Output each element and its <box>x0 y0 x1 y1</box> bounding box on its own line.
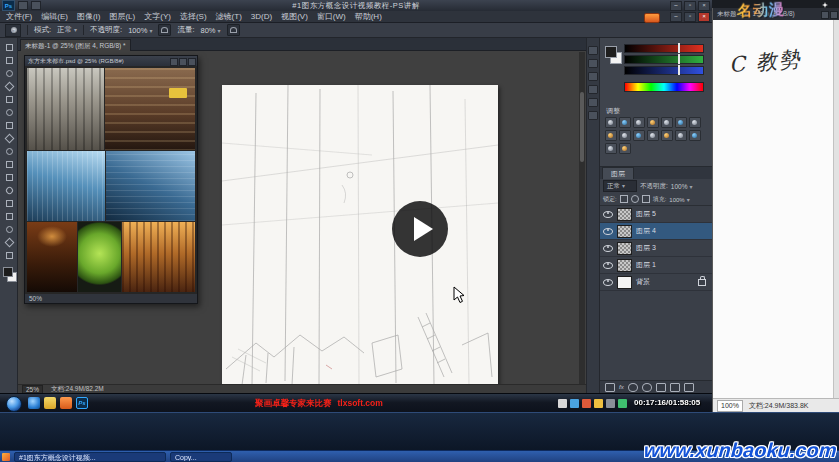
foreground-color-swatch[interactable] <box>605 46 617 58</box>
close-icon[interactable] <box>698 1 710 11</box>
layer-row[interactable]: 图层 1 <box>600 257 712 274</box>
pen-tool-icon[interactable] <box>2 198 16 209</box>
adjustment-icon[interactable] <box>619 143 631 154</box>
layer-visibility-icon[interactable] <box>603 262 613 269</box>
hand-tool-icon[interactable] <box>2 237 16 248</box>
lock-all-icon[interactable] <box>642 195 650 203</box>
adjustment-icon[interactable] <box>633 130 645 141</box>
tray-icon[interactable] <box>606 399 615 408</box>
adjustment-icon[interactable] <box>605 130 617 141</box>
new-layer-icon[interactable] <box>670 383 680 392</box>
gradient-tool-icon[interactable] <box>2 172 16 183</box>
reference-window[interactable]: 东方未来都市.psd @ 25% (RGB/8#) <box>24 55 198 304</box>
rd-scrollbar[interactable] <box>833 20 839 398</box>
layer-opacity-value[interactable]: 100% <box>671 183 693 190</box>
media-player-icon[interactable] <box>60 397 72 409</box>
taskbar-ad-text[interactable]: 聚画卓馨专家来比赛tlxsoft.com <box>255 398 383 410</box>
wand-tool-icon[interactable] <box>2 81 16 92</box>
main-canvas[interactable] <box>222 85 498 385</box>
app-bar-icon[interactable] <box>18 1 28 10</box>
blue-slider[interactable] <box>624 66 704 75</box>
video-frame[interactable]: Ps #1图东方概念设计视频教程-PS讲解 文件(F) 编辑(E) 图像(I) … <box>0 0 839 412</box>
blend-mode-dropdown[interactable]: 正常 <box>57 25 77 35</box>
eraser-tool-icon[interactable] <box>2 159 16 170</box>
minimize-icon[interactable] <box>670 1 682 11</box>
doc-close-icon[interactable] <box>698 12 710 22</box>
layer-thumbnail[interactable] <box>617 225 632 238</box>
rd-minimize-icon[interactable] <box>821 11 829 19</box>
taskbar-task[interactable]: Copy... <box>170 452 232 462</box>
menu-file[interactable]: 文件(F) <box>6 11 32 22</box>
crop-tool-icon[interactable] <box>2 94 16 105</box>
host-app-icon[interactable] <box>2 453 10 461</box>
adjustment-icon[interactable] <box>675 117 687 128</box>
adjustment-icon[interactable] <box>689 117 701 128</box>
menu-type[interactable]: 文字(Y) <box>144 11 171 22</box>
maximize-icon[interactable] <box>684 1 696 11</box>
panel-icon[interactable] <box>588 98 598 107</box>
dodge-tool-icon[interactable] <box>2 185 16 196</box>
layer-row[interactable]: 图层 3 <box>600 240 712 257</box>
menu-image[interactable]: 图像(I) <box>77 11 101 22</box>
stamp-tool-icon[interactable] <box>2 146 16 157</box>
layer-thumbnail[interactable] <box>617 276 632 289</box>
lock-pixels-icon[interactable] <box>631 195 639 203</box>
adjustment-icon[interactable] <box>619 117 631 128</box>
panel-icon[interactable] <box>588 59 598 68</box>
eyedropper-tool-icon[interactable] <box>2 107 16 118</box>
lock-transparency-icon[interactable] <box>620 195 628 203</box>
panel-icon[interactable] <box>588 46 598 55</box>
layer-row-background[interactable]: 背景 <box>600 274 712 291</box>
green-slider[interactable] <box>624 55 704 64</box>
delete-layer-icon[interactable] <box>684 383 694 392</box>
panel-icon[interactable] <box>588 111 598 120</box>
workspace-icon[interactable] <box>644 13 660 23</box>
layer-visibility-icon[interactable] <box>603 279 613 286</box>
layer-thumbnail[interactable] <box>617 242 632 255</box>
photoshop-taskbar-icon[interactable]: Ps <box>76 397 88 409</box>
panel-icon[interactable] <box>588 85 598 94</box>
layer-mask-icon[interactable] <box>628 383 638 392</box>
tray-icon[interactable] <box>594 399 603 408</box>
pressure-opacity-icon[interactable] <box>158 24 171 36</box>
layer-visibility-icon[interactable] <box>603 245 613 252</box>
layer-row-selected[interactable]: 图层 4 <box>600 223 712 240</box>
layer-group-icon[interactable] <box>656 383 666 392</box>
ref-minimize-icon[interactable] <box>170 58 178 66</box>
opacity-dropdown[interactable]: 100% <box>128 26 152 35</box>
layer-visibility-icon[interactable] <box>603 211 613 218</box>
doc-restore-icon[interactable] <box>684 12 696 22</box>
menu-3d[interactable]: 3D(D) <box>251 12 272 21</box>
brush-tool-icon[interactable] <box>2 133 16 144</box>
taskbar-task[interactable]: #1图东方概念设计视频... <box>14 452 166 462</box>
rd-close-icon[interactable] <box>830 11 838 19</box>
tray-icon[interactable] <box>582 399 591 408</box>
red-slider[interactable] <box>624 44 704 53</box>
ref-close-icon[interactable] <box>188 58 196 66</box>
adjustment-icon[interactable] <box>605 143 617 154</box>
ps-titlebar[interactable]: Ps #1图东方概念设计视频教程-PS讲解 <box>0 0 712 11</box>
color-swatches[interactable] <box>2 267 16 281</box>
tray-icon[interactable] <box>618 399 627 408</box>
menu-select[interactable]: 选择(S) <box>180 11 207 22</box>
zoom-tool-icon[interactable] <box>2 250 16 261</box>
tray-icon[interactable] <box>570 399 579 408</box>
heal-tool-icon[interactable] <box>2 120 16 131</box>
adjustment-icon[interactable] <box>661 117 673 128</box>
layer-style-icon[interactable] <box>619 384 624 390</box>
move-tool-icon[interactable] <box>2 42 16 53</box>
layer-visibility-icon[interactable] <box>603 228 613 235</box>
color-spectrum-bar[interactable] <box>624 82 704 92</box>
doc-minimize-icon[interactable] <box>670 12 682 22</box>
play-button[interactable] <box>392 201 448 257</box>
flow-dropdown[interactable]: 80% <box>201 26 221 35</box>
layer-blend-dropdown[interactable]: 正常 <box>603 180 637 192</box>
adjustment-icon[interactable] <box>675 130 687 141</box>
layer-row[interactable]: 图层 5 <box>600 206 712 223</box>
adjustment-icon[interactable] <box>619 130 631 141</box>
folder-icon[interactable] <box>44 397 56 409</box>
ref-maximize-icon[interactable] <box>179 58 187 66</box>
adjustment-icon[interactable] <box>647 130 659 141</box>
shape-tool-icon[interactable] <box>2 224 16 235</box>
tab-layers[interactable]: 图层 <box>602 167 634 179</box>
